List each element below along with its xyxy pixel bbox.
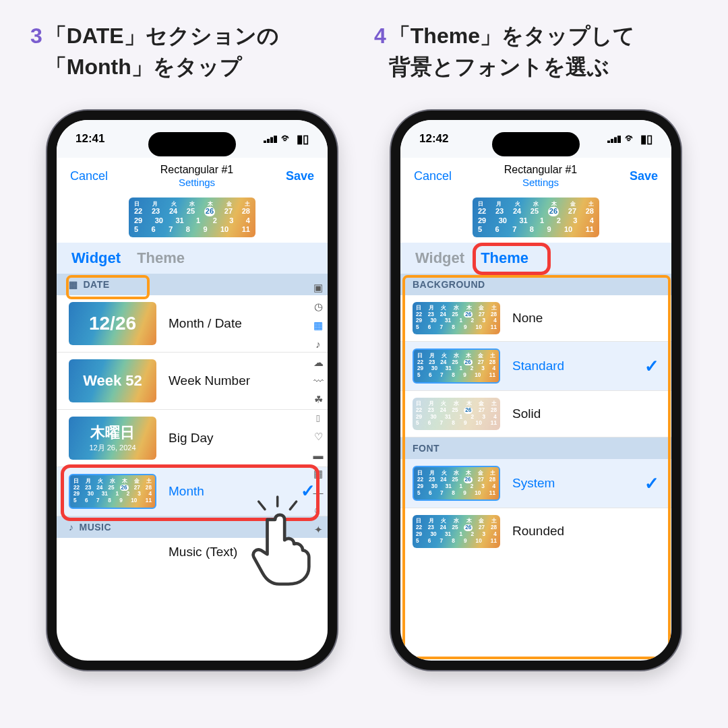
walk-icon[interactable]: 𓀡 — [311, 413, 325, 424]
nav-title: Rectangular #1 — [504, 163, 578, 177]
cloud-icon[interactable]: ☁︎ — [311, 357, 325, 369]
section-music-label: MUSIC — [80, 522, 112, 533]
cell-signal-icon — [264, 135, 277, 143]
list-right: BACKGROUND 日月火水木金土2223242526272829303112… — [400, 274, 671, 655]
row-font-rounded[interactable]: 日月火水木金土222324252627282930311234567891011… — [400, 508, 671, 554]
preview-calendar: 日月火水木金土222324252627282930311234567891011 — [473, 198, 599, 237]
preview-area: 日月火水木金土222324252627282930311234567891011 — [57, 193, 328, 243]
battery-icon: ▮▯ — [297, 132, 309, 146]
row-label: System — [512, 476, 555, 491]
battery-side-icon[interactable]: ▬ — [311, 450, 325, 461]
tap-finger-icon — [232, 492, 326, 589]
music-icon: ♪ — [69, 522, 74, 533]
nav-subtitle[interactable]: Settings — [504, 177, 578, 189]
calendar-icon: ▦ — [69, 279, 78, 290]
section-bg-label: BACKGROUND — [413, 279, 485, 290]
section-font-label: FONT — [413, 443, 439, 454]
preview-calendar: 日月火水木金土222324252627282930311234567891011 — [129, 198, 255, 237]
row-label: None — [512, 311, 543, 326]
checkmark-icon: ✓ — [644, 356, 659, 377]
screen-left: 12:41 ᯤ ▮▯ Cancel Rectangular #1 Setting… — [57, 120, 328, 661]
thumb-text: Week 52 — [83, 372, 142, 390]
checkmark-icon: ✓ — [644, 473, 659, 494]
row-label: Big Day — [169, 431, 214, 446]
tab-theme[interactable]: Theme — [137, 249, 185, 267]
tab-bar: Widget Theme — [400, 243, 671, 274]
dynamic-island — [148, 132, 236, 156]
row-label: Month / Date — [169, 316, 242, 331]
wifi-icon: ᯤ — [625, 132, 636, 146]
dynamic-island — [492, 132, 580, 156]
caption-step4: 4 「Theme」をタップして 背景とフォントを選ぶ — [374, 20, 698, 101]
svg-line-0 — [259, 502, 265, 510]
note-icon[interactable]: ♪ — [311, 338, 325, 350]
preview-area: 日月火水木金土222324252627282930311234567891011 — [400, 193, 671, 243]
section-date-label: DATE — [84, 279, 110, 290]
status-time: 12:42 — [419, 132, 448, 146]
caption-step3: 3 「DATE」セクションの 「Month」をタップ — [30, 20, 354, 101]
thumb-sub: 12月 26, 2024 — [89, 443, 135, 453]
step-number: 4 — [374, 20, 386, 101]
photo-icon[interactable]: ▣ — [311, 282, 325, 294]
phone-mock-left: 12:41 ᯤ ▮▯ Cancel Rectangular #1 Setting… — [47, 111, 337, 670]
row-label: Music (Text) — [169, 545, 237, 559]
row-week-number[interactable]: Week 52 Week Number — [57, 353, 328, 410]
row-bg-none[interactable]: 日月火水木金土222324252627282930311234567891011… — [400, 295, 671, 342]
section-date: ▦ DATE — [57, 274, 328, 295]
row-month-date[interactable]: 12/26 Month / Date — [57, 295, 328, 353]
row-label: Week Number — [169, 373, 250, 388]
section-background: BACKGROUND — [400, 274, 671, 295]
thumb-calendar: 日月火水木金土222324252627282930311234567891011 — [413, 302, 500, 334]
row-bg-solid[interactable]: 日月火水木金土222324252627282930311234567891011… — [400, 391, 671, 437]
status-time: 12:41 — [75, 132, 104, 146]
row-label: Month — [169, 484, 204, 499]
list-left: ▦ DATE 12/26 Month / Date Week 52 Week N… — [57, 274, 328, 655]
nav-title: Rectangular #1 — [160, 163, 234, 177]
step-text: 「Theme」をタップして 背景とフォントを選ぶ — [389, 20, 635, 101]
nav-subtitle[interactable]: Settings — [160, 177, 234, 189]
thumb-calendar: 日月火水木金土222324252627282930311234567891011 — [413, 348, 500, 384]
row-font-system[interactable]: 日月火水木金土222324252627282930311234567891011… — [400, 459, 671, 508]
tab-theme[interactable]: Theme — [481, 249, 528, 267]
wind-icon[interactable]: 〰 — [311, 375, 325, 387]
row-label: Rounded — [512, 524, 564, 539]
leaf-icon[interactable]: ☘︎ — [311, 394, 325, 406]
tab-bar: Widget Theme — [57, 243, 328, 274]
wifi-icon: ᯤ — [281, 132, 293, 146]
calendar-mini-icon[interactable]: ▦ — [311, 320, 325, 332]
thumb-text: 12/26 — [89, 313, 136, 334]
section-font: FONT — [400, 437, 671, 459]
row-label: Standard — [512, 359, 564, 373]
step-number: 3 — [30, 20, 42, 101]
thumb-day: 木曜日 — [89, 423, 135, 443]
grid-icon[interactable]: ▦ — [311, 468, 325, 480]
row-big-day[interactable]: 木曜日12月 26, 2024 Big Day — [57, 410, 328, 467]
thumb-calendar: 日月火水木金土222324252627282930311234567891011 — [413, 466, 500, 501]
save-button[interactable]: Save — [630, 169, 658, 183]
clock-icon[interactable]: ◷ — [311, 301, 325, 313]
tab-widget[interactable]: Widget — [415, 249, 464, 267]
cell-signal-icon — [607, 135, 621, 143]
battery-icon: ▮▯ — [640, 132, 653, 146]
row-bg-standard[interactable]: 日月火水木金土222324252627282930311234567891011… — [400, 342, 671, 391]
phone-mock-right: 12:42 ᯤ ▮▯ Cancel Rectangular #1 Setting… — [391, 111, 681, 670]
thumb-calendar: 日月火水木金土222324252627282930311234567891011 — [413, 398, 500, 430]
tab-widget[interactable]: Widget — [71, 249, 121, 267]
save-button[interactable]: Save — [286, 169, 314, 183]
nav-bar: Cancel Rectangular #1 Settings Save — [57, 158, 328, 193]
thumb-calendar: 日月火水木金土222324252627282930311234567891011 — [413, 515, 500, 547]
row-label: Solid — [512, 406, 541, 421]
heart-icon[interactable]: ♡ — [311, 431, 325, 443]
cancel-button[interactable]: Cancel — [70, 169, 108, 183]
thumb-calendar: 日月火水木金土222324252627282930311234567891011 — [69, 474, 156, 509]
nav-bar: Cancel Rectangular #1 Settings Save — [400, 158, 671, 193]
screen-right: 12:42 ᯤ ▮▯ Cancel Rectangular #1 Setting… — [400, 120, 671, 661]
step-text: 「DATE」セクションの 「Month」をタップ — [45, 20, 279, 101]
svg-line-2 — [290, 502, 296, 510]
cancel-button[interactable]: Cancel — [414, 169, 452, 183]
